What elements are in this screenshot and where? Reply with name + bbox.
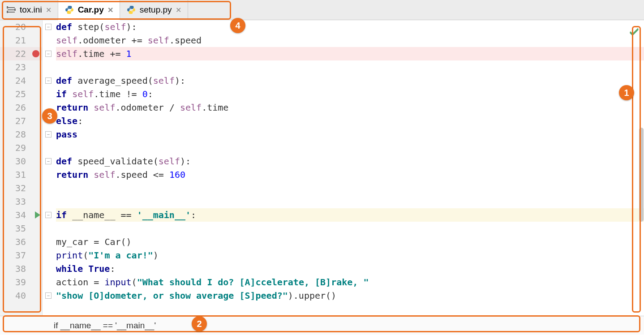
code-line[interactable]: my_car = Car()	[56, 235, 644, 249]
gutter-line[interactable]: 38	[0, 262, 42, 275]
code-line[interactable]: if __name__ == '__main__':	[56, 208, 644, 222]
code-line[interactable]: "show [O]dometer, or show average [S]pee…	[56, 289, 644, 302]
code-line[interactable]: pass	[56, 128, 644, 141]
gutter-line[interactable]: 26	[0, 101, 42, 114]
code-line[interactable]	[56, 195, 644, 208]
tab-label: setup.py	[140, 5, 172, 15]
callout-3: 3	[42, 108, 57, 124]
svg-rect-1	[8, 9, 15, 10]
editor-area: 2021222324252627282930313233343536373839…	[0, 20, 644, 316]
svg-point-8	[129, 6, 130, 7]
gutter-line[interactable]: 27	[0, 114, 42, 128]
code-line[interactable]: self.odometer += self.speed	[56, 34, 644, 47]
close-tab-icon[interactable]: ✕	[107, 6, 113, 14]
callout-4: 4	[230, 18, 245, 33]
code-line[interactable]: def speed_validate(self):	[56, 155, 644, 168]
python-file-icon	[64, 5, 74, 15]
gutter-line[interactable]: 23	[0, 60, 42, 74]
svg-rect-4	[7, 11, 8, 13]
callout-1: 1	[619, 85, 634, 100]
breadcrumb-text: if __name__ == '__main__'	[54, 321, 156, 331]
code-content[interactable]: def step(self): self.odometer += self.sp…	[43, 20, 644, 316]
code-line[interactable]	[56, 60, 644, 74]
code-line[interactable]	[56, 222, 644, 235]
editor-tab-bar: tox.ini✕Car.py✕setup.py✕	[0, 0, 644, 20]
tab-label: tox.ini	[20, 5, 42, 15]
gutter-line[interactable]: 36	[0, 235, 42, 249]
ini-file-icon	[6, 5, 16, 15]
breakpoint-icon[interactable]	[32, 50, 39, 57]
tab-tox-ini[interactable]: tox.ini✕	[0, 0, 58, 20]
gutter-line[interactable]: 35	[0, 222, 42, 235]
gutter-line[interactable]: 29	[0, 141, 42, 155]
python-file-icon	[126, 5, 136, 15]
gutter-line[interactable]: 31	[0, 168, 42, 181]
gutter-line[interactable]: 30	[0, 155, 42, 168]
gutter-line[interactable]: 32	[0, 181, 42, 195]
svg-rect-5	[14, 9, 16, 11]
editor-gutter[interactable]: 2021222324252627282930313233343536373839…	[0, 20, 43, 316]
breadcrumb-bar[interactable]: if __name__ == '__main__'	[0, 316, 644, 335]
gutter-line[interactable]: 21	[0, 34, 42, 47]
gutter-line[interactable]: 39	[0, 275, 42, 289]
code-line[interactable]: def average_speed(self):	[56, 74, 644, 87]
gutter-line[interactable]: 20	[0, 20, 42, 34]
svg-point-7	[70, 13, 71, 13]
svg-rect-3	[7, 6, 8, 9]
close-tab-icon[interactable]: ✕	[176, 6, 181, 14]
code-line[interactable]: while True:	[56, 262, 644, 275]
svg-rect-0	[8, 7, 15, 8]
code-line[interactable]: return self.odometer / self.time	[56, 101, 644, 114]
code-line[interactable]: return self.speed <= 160	[56, 168, 644, 181]
close-tab-icon[interactable]: ✕	[46, 6, 52, 14]
code-line[interactable]	[56, 141, 644, 155]
gutter-line[interactable]: 25	[0, 87, 42, 101]
tab-label: Car.py	[78, 5, 104, 15]
code-line[interactable]: action = input("What should I do? [A]cce…	[56, 275, 644, 289]
gutter-line[interactable]: 40	[0, 289, 42, 302]
gutter-line[interactable]: 24	[0, 74, 42, 87]
gutter-line[interactable]: 34	[0, 208, 42, 222]
code-line[interactable]: def step(self):	[56, 20, 644, 34]
code-line[interactable]: if self.time != 0:	[56, 87, 644, 101]
gutter-line[interactable]: 22	[0, 47, 42, 60]
gutter-line[interactable]: 37	[0, 249, 42, 262]
svg-rect-2	[8, 12, 15, 13]
svg-point-9	[132, 13, 133, 13]
tab-setup-py[interactable]: setup.py✕	[120, 0, 188, 20]
code-line[interactable]: print("I'm a car!")	[56, 249, 644, 262]
svg-point-6	[67, 6, 68, 7]
gutter-line[interactable]: 28	[0, 128, 42, 141]
callout-2: 2	[192, 316, 207, 331]
tab-Car-py[interactable]: Car.py✕	[58, 0, 120, 20]
code-line[interactable]: else:	[56, 114, 644, 128]
code-line[interactable]: self.time += 1	[56, 47, 644, 60]
run-gutter-icon[interactable]	[35, 211, 40, 219]
code-line[interactable]	[56, 181, 644, 195]
scroll-thumb[interactable]	[639, 128, 644, 222]
gutter-line[interactable]: 33	[0, 195, 42, 208]
vertical-scrollbar[interactable]	[638, 20, 644, 316]
